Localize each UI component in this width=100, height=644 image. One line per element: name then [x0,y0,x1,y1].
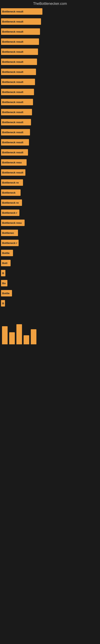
bar-row-21: Bottleneck resu [1,220,25,226]
bar-row-23: Bottleneck r [1,240,19,246]
bar-label-10: Bottleneck result [2,111,23,114]
bar-label-23: Bottleneck r [2,242,17,244]
bar-row-15: Bottleneck resu [1,159,27,166]
bar-row-2: Bottleneck result [1,28,40,35]
tiny-vbar-3 [24,335,29,344]
bar-row-27: Bo [1,280,7,286]
bar-row-26: B [1,270,5,276]
bar-row-29: B [1,300,5,306]
bar-row-9: Bottleneck result [1,99,33,105]
bar-row-17: Bottleneck re [1,179,23,186]
bar-label-25: Bott [2,262,7,265]
bar-row-13: Bottleneck result [1,139,29,146]
bar-label-15: Bottleneck resu [2,161,22,164]
bar-label-9: Bottleneck result [2,100,23,104]
bar-label-19: Bottleneck re [2,201,19,204]
bar-label-8: Bottleneck result [2,90,23,94]
bar-row-0: Bottleneck result [1,8,42,15]
bar-row-10: Bottleneck result [1,109,32,115]
bar-row-1: Bottleneck result [1,18,41,25]
bar-row-8: Bottleneck result [1,89,34,95]
bar-row-25: Bott [1,260,11,266]
tiny-bars-section [0,320,100,344]
bar-row-28: Bottle [1,290,12,296]
bar-label-0: Bottleneck result [2,10,23,13]
bar-row-19: Bottleneck re [1,200,22,206]
tiny-vbar-2 [16,324,22,344]
bar-label-29: B [2,302,4,305]
bar-row-6: Bottleneck result [1,69,36,75]
bar-row-12: Bottleneck result [1,129,30,136]
bar-row-14: Bottleneck result [1,149,28,156]
bar-label-4: Bottleneck result [2,50,23,53]
bar-row-24: Bottle [1,250,13,256]
bar-label-2: Bottleneck result [2,30,23,33]
bar-label-11: Bottleneck result [2,121,23,124]
bar-row-20: Bottleneck r [1,210,19,216]
bar-label-24: Bottle [2,252,10,254]
bars-container: Bottleneck resultBottleneck resultBottle… [0,8,100,314]
tiny-vbar-0 [2,326,8,344]
bar-row-7: Bottleneck result [1,79,35,85]
bar-label-14: Bottleneck result [2,151,23,154]
bar-label-7: Bottleneck result [2,80,23,84]
bar-label-17: Bottleneck re [2,181,19,184]
bar-row-3: Bottleneck result [1,38,39,45]
bar-row-18: Bottleneck [1,190,21,196]
bar-row-16: Bottleneck result [1,169,25,176]
tiny-vbar-1 [9,332,15,344]
bar-label-6: Bottleneck result [2,70,23,74]
bar-label-1: Bottleneck result [2,20,23,23]
bar-label-26: B [2,272,4,275]
bar-label-22: Bottlenec [2,232,14,234]
bar-label-21: Bottleneck resu [2,222,22,224]
bar-label-27: Bo [2,282,6,285]
bar-label-12: Bottleneck result [2,131,23,134]
bar-label-5: Bottleneck result [2,60,23,64]
bar-label-13: Bottleneck result [2,141,23,144]
bar-row-5: Bottleneck result [1,58,37,65]
bar-label-28: Bottle [2,292,10,295]
bar-row-11: Bottleneck result [1,119,31,126]
bar-row-4: Bottleneck result [1,48,38,55]
bar-label-18: Bottleneck [2,191,15,194]
site-title: TheBottlenecker.com [0,0,100,8]
bar-row-22: Bottlenec [1,230,18,236]
bar-label-16: Bottleneck result [2,171,23,174]
bar-label-20: Bottleneck r [2,211,17,214]
bar-label-3: Bottleneck result [2,40,23,43]
tiny-vbar-4 [31,329,36,344]
